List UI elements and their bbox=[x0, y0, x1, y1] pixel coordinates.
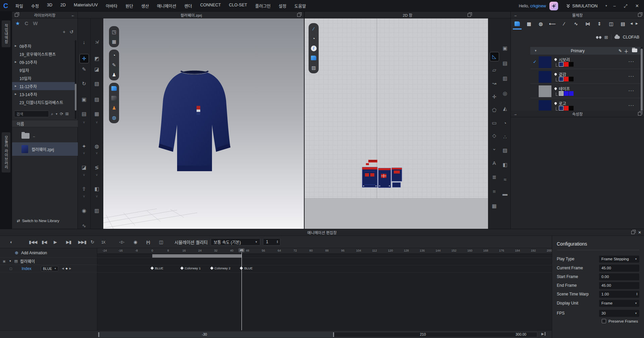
playhead-frame-flag[interactable]: 45 bbox=[238, 248, 245, 252]
collapse-chevron[interactable]: ∨ bbox=[92, 120, 102, 124]
free-sew-tool[interactable]: ▤ bbox=[500, 59, 510, 68]
texture-view-icon[interactable]: ▦ bbox=[111, 38, 117, 45]
display-unit-input[interactable]: Frame▼ bbox=[599, 300, 639, 307]
fabric-row[interactable]: 테이프··· bbox=[530, 84, 642, 98]
tree-item[interactable]: ▶13-14주차 bbox=[12, 90, 76, 98]
add-folder-icon[interactable]: + bbox=[63, 29, 65, 35]
collapse-chevron[interactable]: ∨ bbox=[79, 150, 89, 155]
track-value-dropdown[interactable]: BLUE ▼ bbox=[41, 266, 58, 271]
menu-도움말[interactable]: 도움말 bbox=[290, 3, 310, 9]
fabric-view-icon[interactable] bbox=[111, 85, 117, 92]
clo-library-icon[interactable]: C bbox=[24, 20, 28, 26]
playhead-line[interactable] bbox=[241, 248, 242, 330]
library-scrollbar[interactable] bbox=[75, 40, 76, 119]
collapse-left-icon[interactable]: ← bbox=[71, 13, 75, 17]
gravity-tool[interactable]: ↓ bbox=[79, 37, 89, 47]
current-frame-input[interactable]: 45.00 bbox=[599, 265, 639, 272]
fold-tool[interactable]: ◪ bbox=[92, 65, 102, 74]
close-icon[interactable]: ✕ bbox=[638, 230, 641, 235]
trim-tool[interactable]: ◧ bbox=[92, 184, 102, 194]
speed-spinner[interactable]: 1 ▲▼ bbox=[263, 238, 280, 246]
switch-library-link[interactable]: ⇄ Switch to New Library bbox=[17, 218, 59, 223]
fabric-off-icon[interactable] bbox=[111, 95, 117, 102]
quality-dropdown[interactable]: 보통 속도 (기본) ▼ bbox=[211, 238, 260, 246]
animation-mode-icon[interactable]: ◐ bbox=[10, 236, 12, 248]
rectangle-tool[interactable]: ▭ bbox=[490, 118, 499, 128]
menu-수정[interactable]: 수정 bbox=[27, 3, 43, 9]
text-tool[interactable]: A bbox=[490, 158, 499, 167]
button-tool[interactable]: ◍ bbox=[92, 142, 102, 151]
edit-pencil-icon[interactable]: ✎ bbox=[619, 49, 622, 53]
capture-range-button[interactable]: ⦗▪⦘ bbox=[146, 236, 150, 248]
reshape-tool[interactable]: ✎ bbox=[79, 65, 89, 74]
rotate-garment-tool[interactable]: ↻ bbox=[79, 79, 89, 88]
record-button[interactable]: ◉ bbox=[133, 236, 137, 248]
keyframe-marker[interactable]: BLUE bbox=[240, 266, 253, 270]
grading-tool[interactable]: ≣ bbox=[490, 173, 499, 182]
menu-CLO-SET[interactable]: CLO-SET bbox=[225, 3, 251, 9]
search-input[interactable]: 검색 bbox=[14, 111, 49, 117]
measure-tool[interactable]: ⌗ bbox=[490, 187, 499, 196]
index-track-row[interactable]: ▢ Index BLUE ▼ ◀ ◆ ▶ bbox=[0, 265, 97, 272]
strengthen-mesh-tool[interactable]: ⇧ bbox=[79, 184, 89, 194]
prev-frame-button[interactable]: ▮◀ bbox=[42, 236, 47, 248]
polygon-tool[interactable]: ⬠ bbox=[490, 106, 499, 115]
padding-tab[interactable]: ◫ bbox=[607, 20, 615, 27]
row-menu-icon[interactable]: ··· bbox=[629, 88, 635, 93]
tree-item[interactable]: 23_더블너치드킬라베스트 bbox=[12, 98, 76, 106]
object-panel-scrollbar[interactable] bbox=[641, 47, 643, 119]
chevron-down-icon[interactable]: ▼ bbox=[605, 4, 608, 7]
skip-to-end-button[interactable]: ▶▶▮ bbox=[78, 236, 86, 248]
prev-keyframe-icon[interactable]: ◀ bbox=[62, 267, 64, 270]
pin-tool[interactable]: ✦ bbox=[79, 142, 89, 151]
spray-tool[interactable]: ∴ bbox=[500, 132, 510, 142]
fabric-view-icon[interactable] bbox=[310, 55, 317, 61]
wind-tool[interactable]: ◩ bbox=[92, 54, 102, 63]
maximize-button[interactable]: ⤢ bbox=[622, 3, 630, 9]
menu-Materials/UV[interactable]: Materials/UV bbox=[70, 3, 102, 9]
topstitch-tab[interactable]: ∕ bbox=[560, 20, 568, 27]
collapse-chevron[interactable]: ∨ bbox=[79, 120, 89, 124]
fold-arrangement-tool[interactable]: ◪ bbox=[79, 163, 89, 172]
show-avatar-icon[interactable]: ♟ bbox=[111, 71, 117, 78]
tree-item[interactable]: 9일차 bbox=[12, 66, 76, 74]
menu-3D[interactable]: 3D bbox=[43, 3, 56, 9]
seam-tape-tool[interactable]: ▬ bbox=[500, 189, 510, 198]
show-garment-icon[interactable]: ◔ bbox=[111, 52, 117, 59]
info-icon[interactable]: i bbox=[310, 45, 317, 52]
hatch-garment-icon[interactable]: ▨ bbox=[310, 64, 317, 71]
add-animation-button[interactable]: ⊕ Add Animation bbox=[0, 248, 97, 258]
play-button[interactable]: ▶ bbox=[54, 236, 57, 248]
menu-아바타[interactable]: 아바타 bbox=[102, 3, 122, 9]
pattern-tab[interactable]: ▩ bbox=[525, 20, 533, 27]
colorway-swatch[interactable] bbox=[559, 106, 564, 111]
colorway-swatch[interactable] bbox=[569, 106, 574, 111]
viewport-2d[interactable]: ∕◔i▨ bbox=[305, 18, 488, 229]
collapse-chevron[interactable]: ∨ bbox=[79, 172, 89, 177]
export-video-button[interactable]: ◫ bbox=[159, 236, 163, 248]
colorway-swatch[interactable] bbox=[569, 91, 574, 96]
colorway-swatch[interactable] bbox=[559, 91, 564, 96]
detach-icon[interactable] bbox=[638, 112, 641, 116]
refresh-icon[interactable]: ⟳ bbox=[60, 112, 63, 116]
detach-icon[interactable] bbox=[15, 13, 18, 17]
pattern-pieces[interactable] bbox=[362, 159, 404, 191]
sew-segment-tool[interactable]: ▣ bbox=[79, 95, 89, 104]
tab-work-history[interactable]: 작업내역창 bbox=[2, 20, 10, 47]
collapse-chevron[interactable]: ∨ bbox=[92, 194, 102, 198]
colorway-swatch[interactable] bbox=[569, 77, 574, 81]
folder-icon[interactable] bbox=[632, 49, 637, 53]
colorway-swatch[interactable] bbox=[569, 62, 574, 67]
colorway-swatch[interactable] bbox=[559, 62, 564, 67]
menu-원단[interactable]: 원단 bbox=[121, 3, 137, 9]
add-point-tool[interactable]: ✛ bbox=[490, 92, 499, 102]
buttonhole-tab[interactable]: ⟵ bbox=[549, 20, 556, 27]
texture-edit-tool[interactable]: ◧ bbox=[500, 160, 510, 170]
skip-to-start-button[interactable]: ▮◀◀ bbox=[29, 236, 37, 248]
library-file-row[interactable]: 컬러웨이.zprj bbox=[12, 142, 78, 156]
colorway-droplets-icon[interactable] bbox=[596, 36, 601, 39]
row-menu-icon[interactable]: ··· bbox=[629, 103, 635, 108]
fit-range-icon[interactable]: ▶ bbox=[541, 332, 545, 336]
detach-icon[interactable] bbox=[468, 13, 471, 17]
tabs-scroll-left-icon[interactable]: ◀ bbox=[630, 22, 633, 25]
